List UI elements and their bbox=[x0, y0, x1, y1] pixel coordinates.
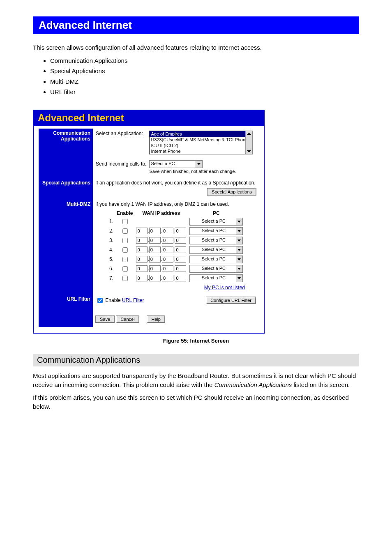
dmz-ip-octet[interactable] bbox=[175, 256, 186, 263]
dmz-ip-octet[interactable] bbox=[136, 275, 148, 281]
dmz-pc-select[interactable]: Select a PC bbox=[189, 265, 243, 273]
feature-item: Special Applications bbox=[50, 66, 359, 76]
section-heading-comm-apps: Communication Applications bbox=[33, 354, 359, 366]
dmz-row-num: 6. bbox=[108, 264, 115, 274]
section2-para2: If this problem arises, you can use this… bbox=[33, 393, 359, 411]
dmz-ip-octet[interactable] bbox=[162, 237, 173, 244]
dmz-pc-value: Select a PC bbox=[202, 237, 226, 242]
dmz-pc-select[interactable]: Select a PC bbox=[189, 246, 243, 254]
help-button[interactable]: Help bbox=[147, 315, 165, 323]
dmz-wan-ip: ... bbox=[134, 236, 188, 245]
dmz-row: 7....Select a PC bbox=[108, 274, 244, 283]
dmz-enable-checkbox[interactable] bbox=[122, 219, 128, 224]
app-item[interactable]: H323(CUseeME & MS NetMeeting & TGI Phone… bbox=[150, 137, 252, 143]
dmz-ip-octet[interactable] bbox=[136, 265, 148, 272]
dmz-text: If you have only 1 WAN IP address, only … bbox=[95, 201, 256, 207]
dmz-ip-octet[interactable] bbox=[162, 246, 173, 253]
feature-item: Communication Applications bbox=[50, 55, 359, 66]
dmz-pc-value: Select a PC bbox=[202, 228, 226, 233]
chevron-down-icon bbox=[236, 265, 242, 272]
dmz-ip-octet[interactable] bbox=[175, 237, 186, 244]
dmz-ip-octet[interactable] bbox=[136, 256, 148, 263]
send-calls-value: Select a PC bbox=[151, 161, 175, 166]
dmz-enable-checkbox[interactable] bbox=[122, 247, 128, 253]
dmz-ip-octet[interactable] bbox=[149, 246, 161, 253]
dmz-head-wan: WAN IP address bbox=[134, 210, 188, 217]
figure-caption: Figure 55: Internet Screen bbox=[33, 338, 359, 344]
dmz-ip-octet[interactable] bbox=[136, 246, 148, 253]
enable-url-filter-checkbox[interactable] bbox=[97, 298, 103, 303]
dmz-ip-octet[interactable] bbox=[149, 275, 161, 281]
dmz-pc-select[interactable]: Select a PC bbox=[189, 218, 243, 226]
dmz-ip-octet[interactable] bbox=[162, 228, 173, 234]
app-item[interactable]: Age of Empires bbox=[150, 131, 252, 137]
dmz-row: 6....Select a PC bbox=[108, 264, 244, 274]
dmz-enable-checkbox[interactable] bbox=[122, 266, 128, 272]
chevron-down-icon bbox=[196, 161, 202, 168]
feature-item: Multi-DMZ bbox=[50, 76, 359, 87]
dmz-ip-octet[interactable] bbox=[149, 228, 161, 234]
feature-item: URL filter bbox=[50, 87, 359, 97]
application-listbox[interactable]: Age of Empires H323(CUseeME & MS NetMeet… bbox=[149, 131, 253, 154]
panel-header: Advanced Internet bbox=[34, 111, 264, 126]
dmz-head-enable: Enable bbox=[115, 210, 134, 217]
dmz-pc-select[interactable]: Select a PC bbox=[189, 274, 243, 282]
dmz-wan-ip: ... bbox=[134, 255, 188, 264]
feature-list: Communication Applications Special Appli… bbox=[50, 55, 359, 97]
dmz-wan-ip: ... bbox=[134, 226, 188, 236]
dmz-ip-octet[interactable] bbox=[136, 228, 148, 234]
dmz-pc-value: Select a PC bbox=[202, 266, 226, 271]
save-button[interactable]: Save bbox=[95, 315, 115, 323]
save-hint: Save when finished, not after each chang… bbox=[149, 168, 253, 174]
enable-url-filter-prefix: Enable bbox=[105, 297, 122, 303]
dmz-pc-select[interactable]: Select a PC bbox=[189, 237, 243, 244]
special-applications-button[interactable]: Special Applications bbox=[207, 188, 256, 196]
chevron-down-icon bbox=[236, 275, 242, 282]
dmz-ip-octet[interactable] bbox=[175, 275, 186, 281]
dmz-ip-octet[interactable] bbox=[162, 265, 173, 272]
special-apps-text: If an application does not work, you can… bbox=[95, 180, 256, 186]
dmz-ip-octet[interactable] bbox=[149, 265, 161, 272]
special-apps-label: Special Applications bbox=[39, 178, 93, 200]
url-filter-label: URL Filter bbox=[39, 295, 93, 327]
send-calls-select[interactable]: Select a PC bbox=[149, 160, 203, 168]
select-app-label: Select an Application: bbox=[95, 130, 149, 155]
listbox-scrollbar[interactable] bbox=[245, 131, 252, 154]
dmz-row-num: 3. bbox=[108, 236, 115, 245]
dmz-ip-octet[interactable] bbox=[149, 237, 161, 244]
dmz-ip-octet[interactable] bbox=[162, 256, 173, 263]
dmz-row: 1.Select a PC bbox=[108, 217, 244, 226]
dmz-row: 5....Select a PC bbox=[108, 255, 244, 264]
app-item[interactable]: ICU II (ICU 2) bbox=[150, 143, 252, 148]
pc-not-listed-link[interactable]: My PC is not listed bbox=[204, 285, 245, 290]
title-bar: Advanced Internet bbox=[33, 16, 359, 34]
dmz-ip-octet[interactable] bbox=[175, 265, 186, 272]
dmz-pc-value: Select a PC bbox=[202, 219, 226, 223]
configure-url-filter-button[interactable]: Configure URL Filter bbox=[206, 297, 256, 304]
dmz-wan-ip: ... bbox=[134, 274, 188, 283]
dmz-ip-octet[interactable] bbox=[149, 256, 161, 263]
dmz-enable-checkbox[interactable] bbox=[122, 228, 128, 234]
cancel-button[interactable]: Cancel bbox=[116, 315, 139, 323]
app-item[interactable]: Internet Phone bbox=[150, 148, 252, 154]
advanced-internet-panel: Advanced Internet Communication Applicat… bbox=[33, 110, 265, 334]
dmz-enable-checkbox[interactable] bbox=[122, 276, 128, 281]
dmz-row-num: 2. bbox=[108, 226, 115, 236]
dmz-row: 3....Select a PC bbox=[108, 236, 244, 245]
dmz-wan-ip: ... bbox=[134, 264, 188, 274]
chevron-down-icon bbox=[236, 246, 242, 253]
chevron-down-icon bbox=[236, 228, 242, 235]
url-filter-link[interactable]: URL Filter bbox=[122, 297, 144, 303]
dmz-enable-checkbox[interactable] bbox=[122, 257, 128, 262]
intro-text: This screen allows configuration of all … bbox=[33, 43, 359, 52]
dmz-pc-select[interactable]: Select a PC bbox=[189, 227, 243, 235]
dmz-ip-octet[interactable] bbox=[136, 237, 148, 244]
dmz-row: 4....Select a PC bbox=[108, 245, 244, 255]
dmz-ip-octet[interactable] bbox=[175, 246, 186, 253]
dmz-wan-ip: ... bbox=[134, 245, 188, 255]
dmz-enable-checkbox[interactable] bbox=[122, 238, 128, 243]
dmz-pc-select[interactable]: Select a PC bbox=[189, 256, 243, 263]
dmz-ip-octet[interactable] bbox=[162, 275, 173, 281]
dmz-ip-octet[interactable] bbox=[175, 228, 186, 234]
dmz-pc-value: Select a PC bbox=[202, 247, 226, 252]
